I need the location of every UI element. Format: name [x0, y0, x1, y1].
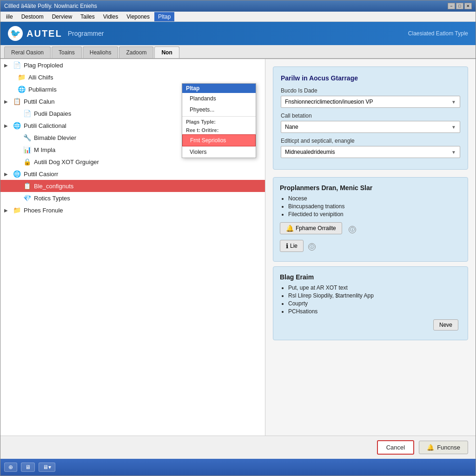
app-logo: 🐦 AUTEL Programmer — [8, 26, 104, 41]
logo-bird-icon: 🐦 — [10, 28, 20, 39]
menu-vidles[interactable]: Vidles — [99, 12, 122, 21]
menu-tailes[interactable]: Tailes — [77, 12, 99, 21]
info-box-2: Blag Eraim Put, upe at AR XOT text Rsl L… — [273, 266, 468, 340]
btn-lie[interactable]: ℹ Lie — [280, 240, 304, 252]
tab-reral-oasion[interactable]: Reral Oasion — [4, 46, 51, 58]
tree-item-label: Ble_confignuts — [34, 183, 73, 190]
tree-item-label: Puttil Calun — [24, 98, 54, 105]
tab-zadoom[interactable]: Zadoom — [119, 46, 153, 58]
field2-value: Nane — [285, 124, 298, 130]
cancel-button[interactable]: Cancel — [377, 440, 414, 455]
maximize-button[interactable]: □ — [456, 3, 463, 9]
dropdown-item-plandands[interactable]: Plandands — [182, 93, 256, 104]
btn-neve[interactable]: Neve — [433, 319, 458, 331]
funcnse-icon: 🔔 — [427, 444, 434, 451]
funcnse-button[interactable]: 🔔 Funcnse — [419, 441, 468, 454]
field2-label: Call betation — [281, 112, 460, 119]
tree-item-plag-proploled[interactable]: ▶ 📄 Plag Proploled — [0, 59, 265, 71]
field3-select[interactable]: Midneualedrideumis ▼ — [281, 146, 460, 158]
tree-item-label: Putili Calictional — [24, 122, 66, 129]
logo-text: AUTEL — [26, 28, 62, 39]
dropdown-menu-header: Pltap — [182, 84, 256, 93]
dropdown-section-ree: Ree t: Oritire: — [182, 126, 256, 134]
menu-pltap[interactable]: Pltap — [154, 12, 174, 21]
tree-item-label: Alli Chiifs — [28, 74, 53, 81]
dropdown-arrow-icon: ▼ — [451, 99, 456, 105]
menu-destoom[interactable]: Destoom — [18, 12, 47, 21]
list-item: Nocese — [288, 195, 461, 202]
tree-arrow-icon: ▶ — [4, 99, 10, 104]
tab-toains[interactable]: Toains — [52, 46, 82, 58]
menu-file[interactable]: iile — [2, 12, 17, 21]
tree-arrow-icon: ▶ — [4, 208, 10, 213]
dropdown-item-violers[interactable]: Violers — [182, 146, 256, 158]
tree-arrow-icon: ▶ — [4, 172, 10, 177]
btn-fphame-orrailte[interactable]: 🔔 Fphame Orrailte — [280, 222, 342, 234]
tab-healiohs[interactable]: Healiohs — [83, 46, 119, 58]
tab-bar: Reral Oasion Toains Healiohs Zadoom Non — [0, 45, 476, 59]
logo-icon: 🐦 — [8, 26, 23, 41]
list-item: Put, upe at AR XOT text — [288, 284, 461, 291]
title-bar-left: Cillled ä4äite Pofily. Nowlnaric Eniehs — [4, 3, 97, 9]
field1-select[interactable]: Fnshionnecriclimection/inuesion VP ▼ — [281, 96, 460, 108]
field2-select[interactable]: Nane ▼ — [281, 121, 460, 133]
list-item: PCHsations — [288, 308, 461, 315]
list-item: Bincupsadeng tnations — [288, 203, 461, 210]
field3-label: Edlticpt and septicall, enangle — [281, 138, 460, 144]
info-circle-icon[interactable]: ⓘ — [349, 226, 356, 233]
window-title: Cillled ä4äite Pofily. Nowlnaric Eniehs — [4, 3, 97, 9]
tab-non[interactable]: Non — [154, 46, 179, 58]
tree-item-icon: 📋 — [23, 182, 31, 190]
info-box2-list: Put, upe at AR XOT text Rsl Llirep Siopd… — [280, 284, 461, 315]
tree-item-icon: 🔒 — [23, 158, 31, 166]
taskbar-monitor-icon: 🖥 — [25, 464, 31, 470]
tree-item-alli-chiifs[interactable]: 📁 Alli Chiifs — [0, 71, 265, 83]
dropdown-item-frnt-sepriolios[interactable]: Frnt Sepriolios — [182, 134, 256, 146]
taskbar-start-icon: ⊕ — [8, 464, 13, 470]
action-bar: Cancel 🔔 Funcnse — [0, 436, 476, 459]
menu-viepones[interactable]: Viepones — [123, 12, 153, 21]
list-item: Couprty — [288, 300, 461, 307]
taskbar-monitor-dropdown-btn[interactable]: 🖥▾ — [39, 463, 55, 472]
title-bar: Cillled ä4äite Pofily. Nowlnaric Eniehs … — [0, 0, 476, 12]
close-button[interactable]: ✕ — [464, 3, 472, 9]
dropdown-arrow-icon: ▼ — [451, 150, 456, 155]
right-panel: Parilw in Aocus Gtarrage Bucdo Is Dade F… — [265, 59, 476, 436]
dropdown-item-phyeets[interactable]: Phyeets... — [182, 104, 256, 115]
tree-item-label: M Impla — [34, 146, 55, 153]
btn-neve-label: Neve — [439, 322, 452, 328]
tree-item-icon: 💎 — [23, 194, 31, 202]
tree-item-icon: 🌐 — [17, 85, 26, 93]
list-item: Rsl Llirep Siopdily, $tartnenlity App — [288, 292, 461, 299]
main-window: Cillled ä4äite Pofily. Nowlnaric Eniehs … — [0, 0, 476, 476]
tree-item-icon: 🌐 — [13, 121, 21, 130]
tree-item-label: Pudii Dapaies — [34, 110, 71, 117]
tree-item-rotics-typtes[interactable]: 💎 Rotics Typtes — [0, 192, 265, 204]
field1-value: Fnshionnecriclimection/inuesion VP — [285, 99, 373, 105]
taskbar-monitor-dropdown-icon: 🖥▾ — [43, 464, 51, 470]
tree-item-icon: 📋 — [13, 97, 21, 106]
tree-item-icon: 🌐 — [13, 170, 21, 178]
field3-value: Midneualedrideumis — [285, 149, 335, 155]
tree-item-phoes-fronule[interactable]: ▶ 📁 Phoes Fronule — [0, 204, 265, 216]
title-bar-controls: − □ ✕ — [448, 3, 472, 9]
taskbar-start-btn[interactable]: ⊕ — [4, 463, 17, 472]
main-content: ▶ 📄 Plag Proploled 📁 Alli Chiifs 🌐 Publi… — [0, 59, 476, 436]
tree-item-label: Puttil Casiorr — [24, 171, 58, 178]
app-subtitle: Programmer — [68, 30, 104, 37]
app-header: 🐦 AUTEL Programmer Claesiated Eatlom Typ… — [0, 22, 476, 45]
taskbar-monitor-btn[interactable]: 🖥 — [21, 463, 35, 472]
tree-item-icon: 📁 — [17, 73, 26, 81]
info-box1-title: Proplanmers Dran, Menic Slar — [280, 184, 461, 192]
config-panel-box: Parilw in Aocus Gtarrage Bucdo Is Dade F… — [273, 66, 468, 170]
info-circle-icon2[interactable]: ⓘ — [308, 243, 316, 251]
tree-item-puttil-casiorr[interactable]: ▶ 🌐 Puttil Casiorr — [0, 168, 265, 180]
tree-item-icon: 🔧 — [23, 133, 31, 142]
taskbar: ⊕ 🖥 🖥▾ — [0, 459, 476, 476]
tree-item-label: Autili Dog XOT Grguiger — [34, 159, 99, 165]
menu-derview[interactable]: Derview — [48, 12, 76, 21]
tree-item-icon: 📄 — [23, 109, 31, 118]
field1-label: Bucdo Is Dade — [281, 87, 460, 94]
minimize-button[interactable]: − — [448, 3, 455, 9]
tree-item-ble-confignuts[interactable]: 📋 Ble_confignuts — [0, 180, 265, 192]
